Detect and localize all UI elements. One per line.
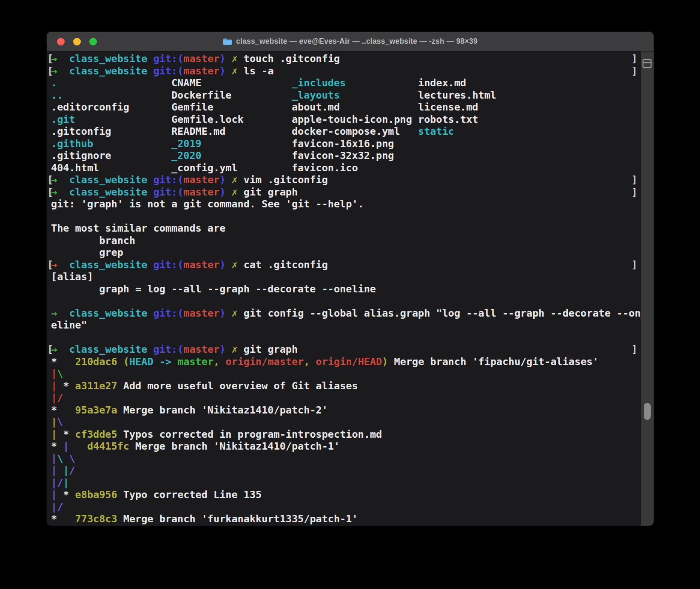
terminal-text-segment — [225, 259, 231, 271]
terminal-text-segment: grep — [51, 246, 123, 258]
terminal-text-segment: |/ — [51, 477, 63, 489]
prompt-mark-close: ] — [632, 174, 637, 186]
terminal-text-segment: git graph — [238, 186, 298, 198]
prompt-mark-close: ] — [632, 53, 637, 65]
terminal-text-segment: Typos corrected in program-introspection… — [117, 428, 382, 440]
terminal-line — [47, 295, 641, 307]
terminal-text-segment — [57, 65, 69, 77]
terminal-text-segment: d4415fc — [87, 440, 129, 452]
terminal-text-segment: ) — [219, 343, 225, 355]
terminal-text-segment: class_website — [69, 65, 147, 77]
terminal-line: |\ — [47, 368, 641, 380]
terminal-text-segment: .gitignore — [51, 150, 171, 161]
terminal-text-segment: git:( — [154, 307, 184, 319]
terminal-line: eline" — [47, 319, 641, 331]
terminal-text-segment: * — [51, 404, 75, 416]
terminal-text-segment — [147, 53, 153, 65]
close-button[interactable] — [57, 38, 65, 45]
terminal-text-segment: / — [69, 464, 75, 476]
terminal-text-segment: 210dac6 — [75, 356, 117, 368]
terminal-line: branch — [47, 235, 641, 247]
terminal-text-segment: _2020 — [171, 150, 202, 161]
terminal-line: .gitignore _2020 favicon-32x32.png — [47, 150, 641, 162]
terminal-line: git: 'graph' is not a git command. See '… — [47, 198, 641, 210]
terminal-text-segment: HEAD -> — [129, 356, 177, 368]
terminal-text-segment: _2019 — [171, 138, 202, 150]
terminal-text-segment: master — [183, 259, 219, 271]
terminal-text-segment: ✗ — [232, 343, 238, 355]
terminal-text-segment: master — [183, 186, 219, 198]
prompt-mark-close: ] — [632, 343, 637, 356]
terminal-text-segment: git: 'graph' is not a git command. See '… — [51, 198, 364, 210]
terminal-line: [→ class_website git:(master) ✗ vim .git… — [47, 174, 641, 186]
terminal-text-segment: origin/HEAD — [316, 356, 382, 368]
split-pane-button[interactable] — [642, 59, 652, 68]
terminal-text-segment: master — [177, 356, 213, 368]
terminal-text-segment: graph = log --all --graph --decorate --o… — [51, 283, 376, 295]
terminal-text-segment — [57, 53, 69, 65]
terminal-line: The most similar commands are — [47, 222, 641, 235]
terminal-text-segment — [57, 186, 69, 198]
scrollbar-thumb[interactable] — [644, 403, 651, 420]
terminal-line: .. Dockerfile _layouts lectures.html — [47, 89, 641, 102]
terminal-line: [→ class_website git:(master) ✗ ls -a] — [47, 65, 641, 77]
terminal-text-segment: * — [57, 489, 75, 501]
prompt-mark-open: [ — [47, 259, 53, 271]
minimize-button[interactable] — [73, 38, 81, 45]
terminal-window: class_website — eve@Eves-Air — ..class_w… — [47, 32, 654, 526]
terminal-text-segment — [225, 307, 231, 319]
terminal-text-segment: .gitconfig README.md docker-compose.yml — [51, 125, 418, 137]
zoom-button[interactable] — [89, 38, 97, 45]
terminal-line: | * cf3dde5 Typos corrected in program-i… — [47, 428, 641, 441]
traffic-lights — [57, 32, 97, 51]
terminal-text-segment: git:( — [154, 186, 184, 198]
terminal-text-segment — [147, 186, 153, 198]
terminal-text-segment: * — [51, 356, 75, 368]
window-title-text: class_website — eve@Eves-Air — ..class_w… — [236, 37, 478, 46]
terminal-text-segment: origin/master — [225, 356, 304, 368]
terminal-text-segment: master — [183, 343, 219, 355]
terminal-text-segment: Merge branch 'fipachu/git-aliases' — [388, 356, 598, 368]
terminal-text-segment: .. — [51, 89, 63, 101]
terminal-line: * | d4415fc Merge branch 'Nikitaz1410/pa… — [47, 440, 641, 453]
title-bar[interactable]: class_website — eve@Eves-Air — ..class_w… — [47, 32, 654, 51]
terminal-text-segment: ) — [219, 53, 225, 65]
terminal-text-segment: branch — [51, 235, 135, 246]
terminal-text-segment: cat .gitconfig — [238, 259, 328, 271]
window-title: class_website — eve@Eves-Air — ..class_w… — [223, 37, 478, 46]
terminal-text-segment: \ — [57, 368, 63, 379]
terminal-text-segment: * — [57, 428, 75, 440]
terminal-text-segment: ✗ — [232, 174, 238, 186]
terminal-line: [→ class_website git:(master) ✗ git grap… — [47, 343, 641, 356]
terminal-text-segment: | — [63, 440, 69, 452]
terminal-line: .gitconfig README.md docker-compose.yml … — [47, 125, 641, 138]
terminal-line: graph = log --all --graph --decorate --o… — [47, 283, 641, 295]
terminal-text-segment: ✗ — [232, 65, 238, 77]
terminal-text-segment: ) — [219, 259, 225, 271]
terminal-text-segment: ) — [382, 356, 388, 368]
terminal-text-segment: _includes — [292, 77, 346, 89]
terminal-text-segment: a311e27 — [75, 380, 117, 392]
terminal-text-segment: class_website — [69, 174, 147, 186]
terminal-text-segment — [93, 138, 171, 150]
terminal-text-segment: e8ba956 — [75, 489, 117, 501]
terminal-text-segment: Merge branch 'Nikitaz1410/patch-1' — [129, 440, 340, 452]
terminal-text-segment: git:( — [154, 259, 184, 271]
terminal-text-segment: git:( — [154, 53, 184, 65]
prompt-mark-open: [ — [47, 53, 53, 65]
terminal-line: |/ — [47, 501, 641, 513]
terminal-text-segment: Gemfile.lock apple-touch-icon.png robots… — [75, 113, 478, 125]
terminal-text-segment — [57, 464, 63, 476]
terminal-text-segment: | — [51, 453, 57, 464]
terminal-text-segment — [147, 307, 153, 319]
terminal-content[interactable]: [→ class_website git:(master) ✗ touch .g… — [47, 52, 641, 526]
scrollbar[interactable] — [641, 51, 654, 526]
terminal-text-segment: class_website — [69, 307, 147, 319]
terminal-text-segment: | — [63, 477, 69, 489]
terminal-line: |\ \ — [47, 453, 641, 465]
terminal-line: .github _2019 favicon-16x16.png — [47, 138, 641, 150]
terminal-text-segment: | — [51, 489, 57, 501]
terminal-line: → class_website git:(master) ✗ git confi… — [47, 307, 641, 320]
terminal-text-segment: ls -a — [238, 65, 274, 77]
terminal-text-segment: | — [51, 464, 57, 476]
